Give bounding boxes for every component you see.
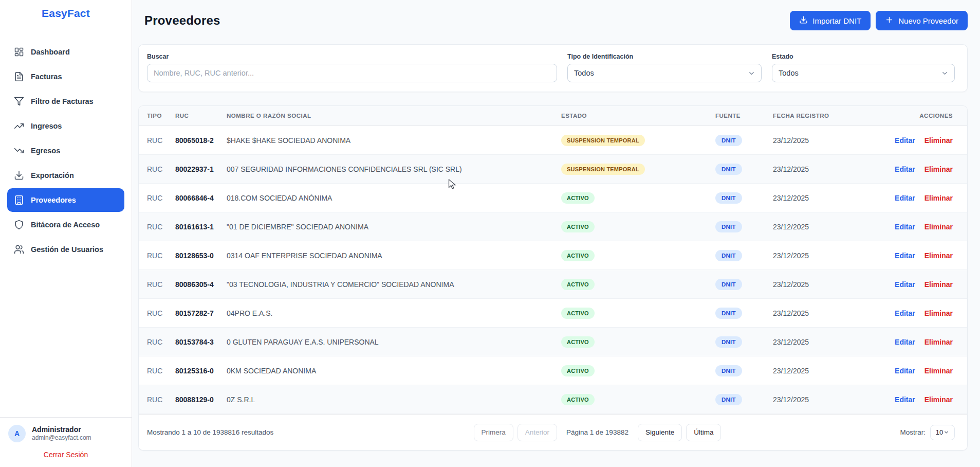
page-size-select[interactable]: 10 <box>930 425 955 440</box>
fuente-badge: DNIT <box>715 279 742 290</box>
building-icon <box>14 195 24 205</box>
first-page-button[interactable]: Primera <box>474 424 513 441</box>
results-summary: Mostrando 1 a 10 de 1938816 resultados <box>147 428 273 436</box>
user-name: Administrador <box>32 425 91 434</box>
edit-link[interactable]: Editar <box>895 252 915 260</box>
status-badge: ACTIVO <box>561 365 595 376</box>
table-header-row: TIPORUCNOMBRE O RAZÓN SOCIALESTADOFUENTE… <box>139 106 967 126</box>
sidebar-item-ingresos[interactable]: Ingresos <box>7 114 124 138</box>
cell-nombre: "03 TECNOLOGIA, INDUSTRIA Y COMERCIO" SO… <box>227 280 561 289</box>
edit-link[interactable]: Editar <box>895 280 915 289</box>
status-badge: SUSPENSION TEMPORAL <box>561 135 645 146</box>
cell-actions: EditarEliminar <box>876 280 953 289</box>
cell-fuente: DNIT <box>715 164 773 175</box>
cell-tipo: RUC <box>147 396 175 404</box>
delete-link[interactable]: Eliminar <box>924 396 953 404</box>
delete-link[interactable]: Eliminar <box>924 252 953 260</box>
sidebar-item-bitacora[interactable]: Bitácora de Acceso <box>7 213 124 237</box>
sidebar-item-filtro-facturas[interactable]: Filtro de Facturas <box>7 89 124 113</box>
cell-fecha: 23/12/2025 <box>773 252 876 260</box>
fuente-badge: DNIT <box>715 336 742 348</box>
edit-link[interactable]: Editar <box>895 194 915 202</box>
cell-tipo: RUC <box>147 194 175 202</box>
cell-fecha: 23/12/2025 <box>773 223 876 231</box>
sidebar-item-dashboard[interactable]: Dashboard <box>7 40 124 64</box>
cell-estado: ACTIVO <box>561 250 715 261</box>
cell-actions: EditarEliminar <box>876 194 953 202</box>
logout-link[interactable]: Cerrar Sesión <box>8 451 123 459</box>
column-header: NOMBRE O RAZÓN SOCIAL <box>227 113 561 119</box>
delete-link[interactable]: Eliminar <box>924 136 953 145</box>
delete-link[interactable]: Eliminar <box>924 280 953 289</box>
new-provider-button[interactable]: Nuevo Proveedor <box>876 11 968 30</box>
cell-nombre: 0 GLUTEN PARAGUAY E.A.S. UNIPERSONAL <box>227 338 561 346</box>
previous-page-button[interactable]: Anterior <box>517 424 557 441</box>
edit-link[interactable]: Editar <box>895 165 915 173</box>
delete-link[interactable]: Eliminar <box>924 194 953 202</box>
cell-ruc: 80153784-3 <box>175 338 227 346</box>
sidebar-item-label: Ingresos <box>31 122 62 130</box>
chevron-down-icon <box>944 429 949 435</box>
delete-link[interactable]: Eliminar <box>924 367 953 375</box>
chevron-down-icon <box>748 69 755 77</box>
delete-link[interactable]: Eliminar <box>924 309 953 317</box>
sidebar-item-label: Exportación <box>31 171 74 179</box>
next-page-button[interactable]: Siguiente <box>638 424 682 441</box>
fuente-badge: DNIT <box>715 135 742 146</box>
tipo-identificacion-label: Tipo de Identificación <box>567 53 762 60</box>
sidebar-item-usuarios[interactable]: Gestión de Usuarios <box>7 238 124 261</box>
delete-link[interactable]: Eliminar <box>924 338 953 346</box>
last-page-button[interactable]: Última <box>686 424 721 441</box>
sidebar-item-label: Gestión de Usuarios <box>31 245 103 254</box>
cell-actions: EditarEliminar <box>876 252 953 260</box>
app-logo: EasyFact <box>42 7 90 20</box>
sidebar: EasyFact DashboardFacturasFiltro de Fact… <box>0 0 132 467</box>
edit-link[interactable]: Editar <box>895 309 915 317</box>
import-dnit-button[interactable]: Importar DNIT <box>790 11 871 30</box>
cell-fuente: DNIT <box>715 365 773 376</box>
cell-tipo: RUC <box>147 252 175 260</box>
cell-nombre: $HAKE $HAKE SOCIEDAD ANONIMA <box>227 136 561 145</box>
cell-estado: ACTIVO <box>561 192 715 204</box>
fuente-badge: DNIT <box>715 365 742 376</box>
cell-actions: EditarEliminar <box>876 367 953 375</box>
sidebar-item-proveedores[interactable]: Proveedores <box>7 188 124 212</box>
edit-link[interactable]: Editar <box>895 396 915 404</box>
cell-estado: ACTIVO <box>561 365 715 376</box>
cell-fecha: 23/12/2025 <box>773 165 876 173</box>
delete-link[interactable]: Eliminar <box>924 165 953 173</box>
sidebar-item-facturas[interactable]: Facturas <box>7 65 124 88</box>
cell-fuente: DNIT <box>715 192 773 204</box>
cell-actions: EditarEliminar <box>876 223 953 231</box>
status-badge: ACTIVO <box>561 394 595 405</box>
sidebar-item-exportacion[interactable]: Exportación <box>7 164 124 187</box>
invoice-document-icon <box>14 71 24 82</box>
cell-actions: EditarEliminar <box>876 396 953 404</box>
cell-tipo: RUC <box>147 338 175 346</box>
search-input[interactable] <box>147 64 557 82</box>
edit-link[interactable]: Editar <box>895 136 915 145</box>
cell-nombre: 04PRO E.A.S. <box>227 309 561 317</box>
sidebar-item-label: Facturas <box>31 73 62 81</box>
download-icon <box>799 15 808 26</box>
edit-link[interactable]: Editar <box>895 367 915 375</box>
sidebar-nav: DashboardFacturasFiltro de FacturasIngre… <box>0 27 132 417</box>
edit-link[interactable]: Editar <box>895 223 915 231</box>
table-row: RUC80125316-00KM SOCIEDAD ANONIMAACTIVOD… <box>139 356 967 385</box>
delete-link[interactable]: Eliminar <box>924 223 953 231</box>
cell-estado: SUSPENSION TEMPORAL <box>561 164 715 175</box>
status-badge: ACTIVO <box>561 250 595 261</box>
cell-ruc: 80157282-7 <box>175 309 227 317</box>
pagination-bar: Mostrando 1 a 10 de 1938816 resultados P… <box>139 414 967 450</box>
estado-select[interactable]: Todos <box>772 64 955 82</box>
cell-actions: EditarEliminar <box>876 165 953 173</box>
table-row: RUC80161613-1"01 DE DICIEMBRE" SOCIEDAD … <box>139 212 967 241</box>
sidebar-item-egresos[interactable]: Egresos <box>7 139 124 163</box>
edit-link[interactable]: Editar <box>895 338 915 346</box>
column-header: FECHA REGISTRO <box>773 113 876 119</box>
table-row: RUC80065018-2$HAKE $HAKE SOCIEDAD ANONIM… <box>139 126 967 155</box>
tipo-identificacion-select[interactable]: Todos <box>567 64 762 82</box>
plus-icon <box>885 15 894 26</box>
cell-fecha: 23/12/2025 <box>773 396 876 404</box>
cell-fuente: DNIT <box>715 221 773 232</box>
